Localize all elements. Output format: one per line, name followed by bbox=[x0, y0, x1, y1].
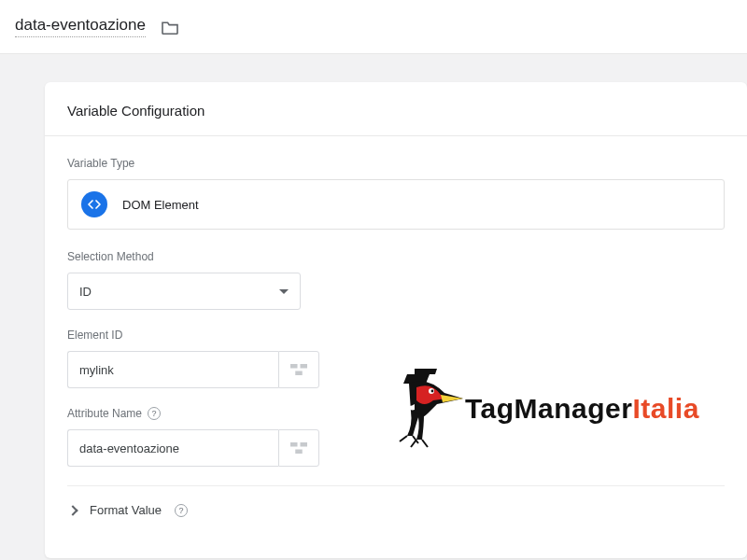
chevron-down-icon bbox=[279, 289, 289, 294]
variable-type-value: DOM Element bbox=[122, 198, 199, 212]
variable-picker-button[interactable] bbox=[278, 429, 319, 467]
variable-type-label: Variable Type bbox=[67, 157, 725, 170]
variable-type-selector[interactable]: DOM Element bbox=[67, 179, 725, 230]
attribute-name-input[interactable]: data-eventoazione bbox=[67, 429, 278, 467]
svg-rect-0 bbox=[290, 364, 298, 369]
svg-rect-1 bbox=[301, 364, 308, 369]
brand-logo: TagManagerItalia bbox=[390, 367, 699, 451]
brand-text-2: Italia bbox=[632, 393, 698, 425]
top-bar: data-eventoazione bbox=[0, 0, 747, 54]
selection-method-select[interactable]: ID bbox=[67, 273, 301, 310]
svg-rect-5 bbox=[295, 450, 303, 455]
svg-rect-2 bbox=[295, 371, 303, 376]
brand-text-1: TagManager bbox=[465, 393, 632, 425]
svg-rect-4 bbox=[301, 442, 308, 447]
svg-rect-3 bbox=[290, 442, 298, 447]
element-id-input[interactable]: mylink bbox=[67, 351, 278, 388]
variable-picker-button[interactable] bbox=[278, 351, 319, 388]
variable-name-input[interactable]: data-eventoazione bbox=[15, 16, 146, 37]
card-title: Variable Configuration bbox=[45, 82, 747, 136]
selection-method-label: Selection Method bbox=[67, 250, 725, 263]
format-value-toggle[interactable]: Format Value ? bbox=[67, 486, 725, 517]
chevron-right-icon bbox=[67, 505, 78, 515]
woodpecker-icon bbox=[390, 367, 465, 451]
element-id-label: Element ID bbox=[67, 329, 725, 342]
variable-config-card: Variable Configuration Variable Type DOM… bbox=[45, 82, 747, 558]
dom-element-icon bbox=[81, 191, 107, 217]
help-icon[interactable]: ? bbox=[148, 407, 161, 420]
help-icon[interactable]: ? bbox=[175, 504, 188, 517]
folder-icon[interactable] bbox=[161, 20, 179, 35]
svg-point-8 bbox=[431, 390, 434, 393]
format-value-label: Format Value bbox=[90, 503, 162, 517]
selection-method-value: ID bbox=[79, 285, 92, 299]
